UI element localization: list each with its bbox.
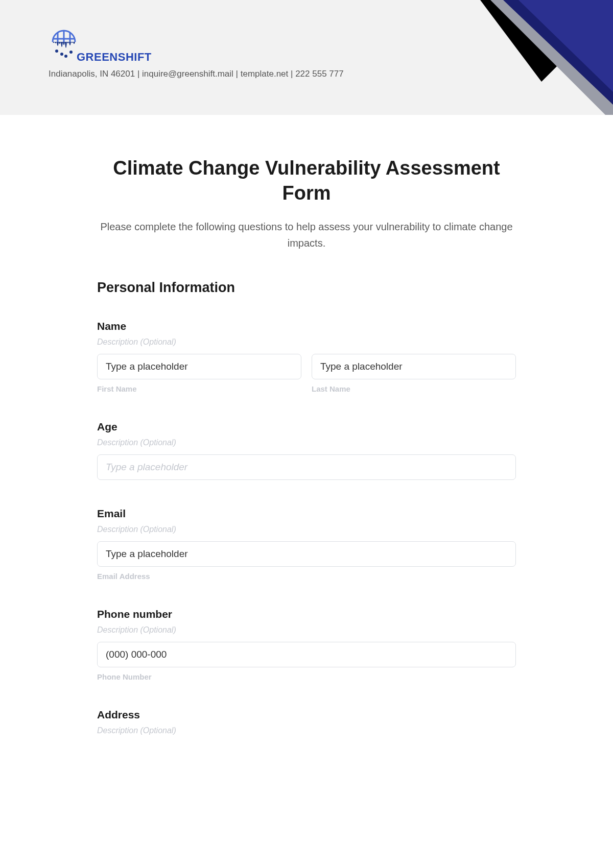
svg-marker-1 bbox=[490, 0, 613, 115]
field-group-email: Email Description (Optional) Email Addre… bbox=[97, 508, 516, 581]
first-name-sublabel: First Name bbox=[97, 384, 301, 393]
phone-sublabel: Phone Number bbox=[97, 672, 516, 681]
name-description: Description (Optional) bbox=[97, 337, 516, 347]
phone-input[interactable] bbox=[97, 642, 516, 667]
first-name-input[interactable] bbox=[97, 354, 301, 379]
section-personal-info: Personal Information bbox=[97, 280, 516, 296]
form-content: Climate Change Vulnerability Assessment … bbox=[97, 115, 516, 735]
name-label: Name bbox=[97, 320, 516, 332]
svg-point-8 bbox=[55, 50, 58, 53]
email-sublabel: Email Address bbox=[97, 572, 516, 581]
svg-marker-3 bbox=[518, 0, 613, 92]
form-title: Climate Change Vulnerability Assessment … bbox=[97, 156, 516, 206]
email-description: Description (Optional) bbox=[97, 525, 516, 534]
age-input[interactable] bbox=[97, 454, 516, 480]
address-description: Description (Optional) bbox=[97, 726, 516, 735]
svg-marker-2 bbox=[503, 0, 613, 105]
header-banner: GREENSHIFT Indianapolis, IN 46201 | inqu… bbox=[0, 0, 613, 115]
field-group-age: Age Description (Optional) bbox=[97, 421, 516, 480]
field-group-address: Address Description (Optional) bbox=[97, 709, 516, 735]
phone-label: Phone number bbox=[97, 608, 516, 620]
address-label: Address bbox=[97, 709, 516, 721]
age-description: Description (Optional) bbox=[97, 438, 516, 447]
email-input[interactable] bbox=[97, 541, 516, 567]
svg-point-10 bbox=[64, 55, 67, 58]
last-name-input[interactable] bbox=[312, 354, 516, 379]
svg-point-11 bbox=[69, 51, 73, 54]
age-label: Age bbox=[97, 421, 516, 433]
phone-description: Description (Optional) bbox=[97, 625, 516, 635]
decorative-shapes bbox=[358, 0, 613, 115]
org-contact-info: Indianapolis, IN 46201 | inquire@greensh… bbox=[49, 69, 344, 79]
svg-point-9 bbox=[60, 53, 63, 56]
last-name-sublabel: Last Name bbox=[312, 384, 516, 393]
email-label: Email bbox=[97, 508, 516, 520]
svg-marker-0 bbox=[480, 0, 613, 82]
field-group-name: Name Description (Optional) First Name L… bbox=[97, 320, 516, 393]
form-subtitle: Please complete the following questions … bbox=[97, 219, 516, 251]
field-group-phone: Phone number Description (Optional) Phon… bbox=[97, 608, 516, 681]
org-name: GREENSHIFT bbox=[77, 51, 344, 64]
logo-block: GREENSHIFT Indianapolis, IN 46201 | inqu… bbox=[49, 30, 344, 79]
